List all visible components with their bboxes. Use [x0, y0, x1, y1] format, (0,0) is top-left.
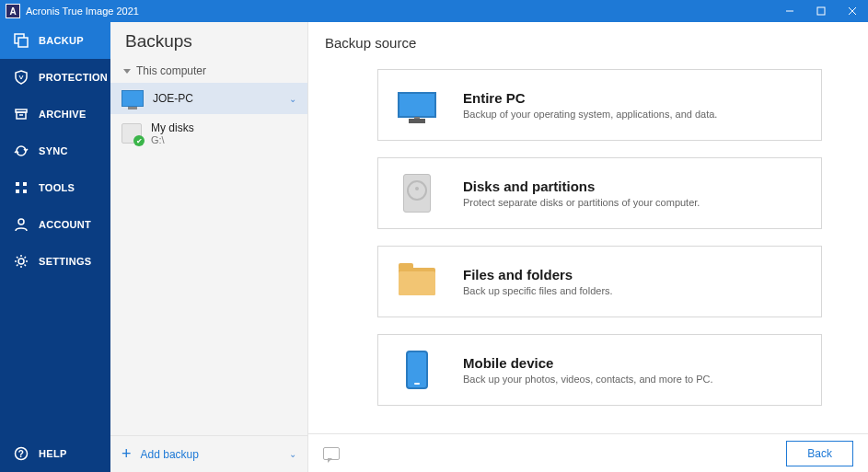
add-backup-label: Add backup: [141, 448, 280, 461]
comment-icon[interactable]: [323, 447, 340, 460]
backup-item-my-disks[interactable]: My disks G:\: [110, 114, 307, 153]
option-desc: Protect separate disks or partitions of …: [463, 197, 700, 208]
panel-header: Backups: [110, 22, 307, 57]
account-icon: [13, 217, 29, 232]
svg-rect-9: [16, 182, 19, 186]
nav-label: SYNC: [39, 145, 68, 156]
backup-name: JOE-PC: [153, 92, 193, 105]
group-label-text: This computer: [136, 64, 206, 77]
group-this-computer[interactable]: This computer: [110, 57, 307, 83]
hdd-icon: [122, 123, 142, 144]
svg-point-14: [18, 259, 24, 264]
content-area: Backup source Entire PC Backup of your o…: [308, 22, 868, 472]
nav-label: ACCOUNT: [39, 219, 91, 230]
sync-icon: [13, 144, 29, 158]
content-footer: Back: [308, 433, 868, 472]
nav-protection[interactable]: PROTECTION: [0, 59, 110, 96]
option-title: Entire PC: [463, 90, 717, 106]
svg-rect-5: [18, 38, 28, 47]
sidebar-nav: BACKUP PROTECTION ARCHIVE SYNC TOOLS ACC…: [0, 22, 110, 472]
option-disks[interactable]: Disks and partitions Protect separate di…: [377, 157, 822, 229]
svg-point-13: [18, 219, 24, 224]
nav-label: TOOLS: [39, 182, 75, 193]
backup-item-joe-pc[interactable]: JOE-PC ⌄: [110, 83, 307, 114]
plus-icon: +: [122, 444, 132, 464]
app-logo: A: [6, 4, 20, 18]
option-files[interactable]: Files and folders Back up specific files…: [377, 246, 822, 317]
chevron-down-icon[interactable]: ⌄: [289, 94, 296, 104]
nav-help[interactable]: ? HELP: [0, 435, 110, 472]
monitor-icon: [122, 90, 144, 107]
option-title: Mobile device: [463, 355, 712, 371]
chevron-down-icon[interactable]: ⌄: [289, 449, 296, 459]
nav-sync[interactable]: SYNC: [0, 132, 110, 169]
nav-archive[interactable]: ARCHIVE: [0, 96, 110, 132]
nav-settings[interactable]: SETTINGS: [0, 243, 110, 280]
minimize-button[interactable]: [774, 0, 805, 22]
maximize-button[interactable]: [805, 0, 837, 22]
option-desc: Backup of your operating system, applica…: [463, 109, 717, 120]
nav-label: HELP: [39, 448, 67, 459]
svg-rect-12: [23, 190, 27, 193]
backups-panel: Backups This computer JOE-PC ⌄ My disks …: [110, 22, 308, 472]
add-backup-button[interactable]: + Add backup ⌄: [110, 435, 307, 472]
nav-backup[interactable]: BACKUP: [0, 22, 110, 59]
gear-icon: [13, 254, 29, 269]
option-desc: Back up specific files and folders.: [463, 285, 613, 296]
backup-name: My disks: [151, 121, 194, 134]
svg-rect-11: [16, 190, 19, 193]
folder-icon: [399, 268, 435, 295]
shield-icon: [13, 70, 29, 85]
help-icon: ?: [13, 446, 29, 461]
caret-down-icon: [123, 69, 131, 74]
disk-icon: [403, 174, 431, 213]
archive-icon: [13, 107, 29, 121]
source-options: Entire PC Backup of your operating syste…: [308, 60, 868, 433]
tools-icon: [13, 180, 29, 195]
option-mobile[interactable]: Mobile device Back up your photos, video…: [377, 334, 822, 406]
window-title: Acronis True Image 2021: [26, 6, 774, 17]
option-title: Files and folders: [463, 267, 613, 282]
svg-rect-10: [23, 182, 27, 186]
nav-label: ARCHIVE: [39, 109, 87, 120]
nav-label: SETTINGS: [39, 256, 91, 267]
close-button[interactable]: [837, 0, 868, 22]
nav-label: BACKUP: [39, 35, 84, 46]
svg-text:?: ?: [18, 449, 24, 459]
option-entire-pc[interactable]: Entire PC Backup of your operating syste…: [377, 69, 822, 141]
nav-tools[interactable]: TOOLS: [0, 169, 110, 206]
backup-icon: [13, 33, 29, 48]
title-bar: A Acronis True Image 2021: [0, 0, 868, 22]
monitor-icon: [398, 92, 436, 118]
mobile-icon: [406, 351, 428, 389]
backup-sub: G:\: [151, 134, 194, 145]
svg-rect-1: [817, 7, 825, 15]
back-button[interactable]: Back: [786, 441, 853, 466]
option-desc: Back up your photos, videos, contacts, a…: [463, 374, 712, 385]
nav-account[interactable]: ACCOUNT: [0, 206, 110, 243]
nav-label: PROTECTION: [39, 72, 108, 83]
content-header: Backup source: [308, 22, 868, 60]
option-title: Disks and partitions: [463, 178, 700, 194]
